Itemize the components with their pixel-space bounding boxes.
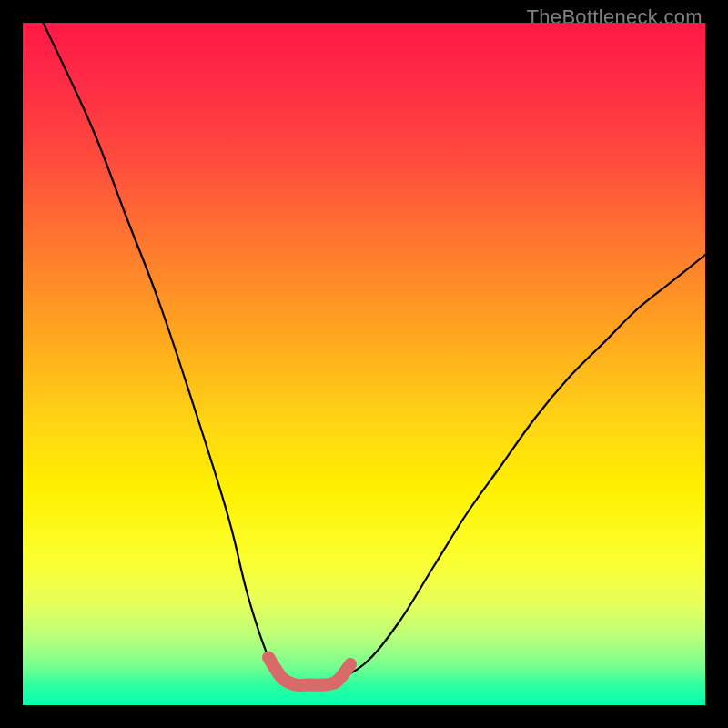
- chart-svg: [23, 23, 705, 705]
- plot-area: [23, 23, 705, 705]
- series-bottleneck-curve: [44, 23, 706, 685]
- chart-stage: TheBottleneck.com: [0, 0, 728, 728]
- series-sweet-spot: [268, 658, 350, 686]
